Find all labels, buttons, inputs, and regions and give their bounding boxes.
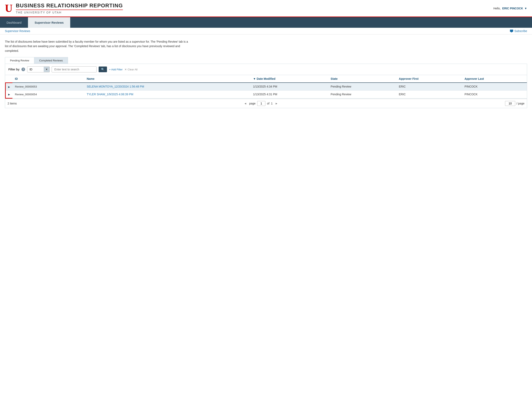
page-input[interactable]: [257, 101, 265, 106]
content-tabs: Pending Review Completed Reviews: [5, 57, 68, 64]
total-pages: 1: [271, 102, 273, 105]
items-count: 2 items: [7, 102, 17, 105]
table-row: ▶Review_00000054TYLER SHAW_1/9/2025 4:08…: [6, 90, 527, 98]
tab-completed-reviews[interactable]: Completed Reviews: [34, 57, 68, 64]
page-prev-button[interactable]: ◄: [243, 101, 248, 106]
col-state[interactable]: State: [328, 75, 397, 83]
header-user: Hello, ERIC PINCOCK ▼: [494, 7, 527, 10]
pagination-right: / page: [505, 101, 525, 106]
cell-approver-first: ERIC: [397, 83, 462, 90]
subscribe-icon: [510, 30, 513, 32]
col-date-modified[interactable]: ▼ Date Modified: [251, 75, 328, 83]
page-next-button[interactable]: ►: [274, 101, 279, 106]
filter-row: Filter by ? ID Name State ▼ 🔍 + Add Filt…: [8, 66, 524, 72]
table-header: ID Name ▼ Date Modified State Approver F…: [6, 75, 527, 83]
tab-pending-review[interactable]: Pending Review: [5, 57, 34, 64]
filter-help-icon[interactable]: ?: [21, 68, 25, 71]
cell-date-modified: 1/13/2025 4:31 PM: [251, 90, 328, 98]
col-approver-last[interactable]: Approver Last: [462, 75, 527, 83]
row-expand-btn[interactable]: ▶: [8, 93, 10, 96]
cell-name[interactable]: SELENA MONTOYA_12/20/2024 1:56:48 PM: [84, 83, 251, 90]
breadcrumb-link[interactable]: Supervisor Reviews: [5, 29, 30, 33]
pagination-bar: 2 items ◄ page of 1 ► / page: [5, 99, 527, 108]
dropdown-arrow[interactable]: ▼: [524, 7, 527, 10]
filter-label: Filter by: [8, 68, 19, 71]
subscribe-label: Subscribe: [514, 29, 527, 33]
per-page-label: / page: [517, 102, 525, 105]
header-titles: Business Relationship Reporting The Univ…: [16, 2, 123, 14]
search-input[interactable]: [52, 66, 96, 72]
app-title: Business Relationship Reporting: [16, 2, 123, 10]
per-page-input[interactable]: [505, 101, 515, 106]
cell-state: Pending Review: [328, 90, 397, 98]
cell-date-modified: 1/13/2025 4:34 PM: [251, 83, 328, 90]
university-logo: U: [5, 3, 13, 14]
filter-select-arrow[interactable]: ▼: [44, 67, 49, 72]
table-body: ▶Review_00000053SELENA MONTOYA_12/20/202…: [6, 83, 527, 98]
cell-approver-first: ERIC: [397, 90, 462, 98]
clear-all-button[interactable]: ✕ Clear All: [125, 68, 137, 71]
username-link[interactable]: ERIC PINCOCK: [502, 7, 523, 10]
description-text: The list of disclosures below have been …: [5, 39, 189, 53]
col-approver-first[interactable]: Approver First: [397, 75, 462, 83]
page-header: U Business Relationship Reporting The Un…: [0, 0, 532, 17]
search-button[interactable]: 🔍: [99, 67, 107, 72]
university-name: The University of Utah: [16, 11, 123, 14]
header-left: U Business Relationship Reporting The Un…: [5, 2, 123, 14]
breadcrumb-bar: Supervisor Reviews Subscribe: [0, 28, 532, 34]
pagination-center: ◄ page of 1 ►: [243, 101, 279, 106]
col-id[interactable]: ID: [13, 75, 84, 83]
cell-approver-last: PINCOCK: [462, 83, 527, 90]
cell-state: Pending Review: [328, 83, 397, 90]
filter-section: Filter by ? ID Name State ▼ 🔍 + Add Filt…: [5, 64, 527, 75]
cell-name[interactable]: TYLER SHAW_1/9/2025 4:08:39 PM: [84, 90, 251, 98]
table-row: ▶Review_00000053SELENA MONTOYA_12/20/202…: [6, 83, 527, 90]
cell-id: Review_00000054: [13, 90, 84, 98]
row-expand-btn[interactable]: ▶: [8, 86, 10, 88]
main-content: The list of disclosures below have been …: [0, 34, 532, 113]
tab-dashboard[interactable]: Dashboard: [0, 17, 28, 28]
name-link[interactable]: SELENA MONTOYA_12/20/2024 1:56:48 PM: [87, 85, 144, 88]
col-expand: [6, 75, 13, 83]
subscribe-button[interactable]: Subscribe: [510, 29, 527, 33]
data-table-container: ID Name ▼ Date Modified State Approver F…: [5, 75, 527, 99]
filter-select-container: ID Name State ▼: [27, 66, 50, 72]
main-navbar: Dashboard Supervisor Reviews: [0, 17, 532, 28]
filter-select-dropdown[interactable]: ID Name State: [27, 67, 44, 72]
tab-supervisor-reviews[interactable]: Supervisor Reviews: [28, 17, 70, 28]
cell-approver-last: PINCOCK: [462, 90, 527, 98]
page-label: page: [249, 102, 256, 105]
col-name[interactable]: Name: [84, 75, 251, 83]
cell-id: Review_00000053: [13, 83, 84, 90]
greeting-text: Hello,: [494, 7, 501, 10]
of-label: of: [267, 102, 269, 105]
data-table: ID Name ▼ Date Modified State Approver F…: [5, 75, 527, 99]
add-filter-button[interactable]: + Add Filter: [109, 68, 122, 71]
name-link[interactable]: TYLER SHAW_1/9/2025 4:08:39 PM: [87, 93, 133, 96]
